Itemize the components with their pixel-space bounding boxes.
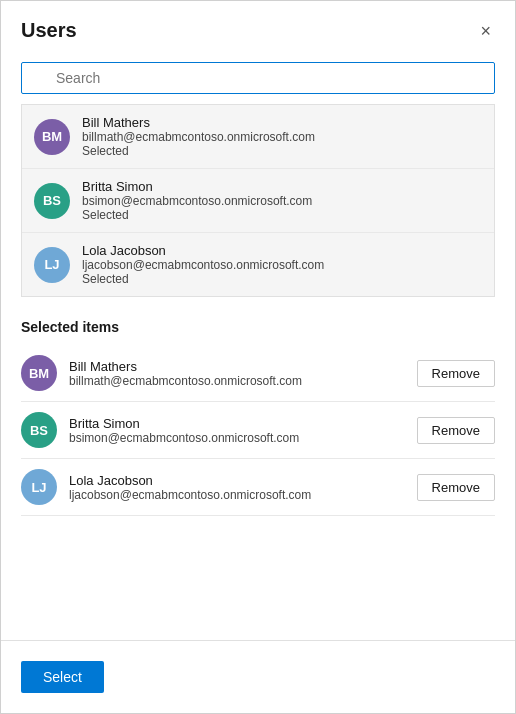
selected-user-text: Lola Jacobson ljacobson@ecmabmcontoso.on… [69, 473, 311, 502]
avatar: BM [34, 119, 70, 155]
search-container: 🔍 [1, 54, 515, 104]
remove-button[interactable]: Remove [417, 474, 495, 501]
select-button[interactable]: Select [21, 661, 104, 693]
avatar: BM [21, 355, 57, 391]
user-info: Bill Mathers billmath@ecmabmcontoso.onmi… [82, 115, 315, 158]
user-search-list: BM Bill Mathers billmath@ecmabmcontoso.o… [21, 104, 495, 297]
avatar: LJ [21, 469, 57, 505]
users-dialog: Users × 🔍 BM Bill Mathers billmath@ecmab… [0, 0, 516, 714]
selected-user-text: Britta Simon bsimon@ecmabmcontoso.onmicr… [69, 416, 299, 445]
user-list-item[interactable]: LJ Lola Jacobson ljacobson@ecmabmcontoso… [22, 233, 494, 296]
user-name: Bill Mathers [69, 359, 302, 374]
avatar: LJ [34, 247, 70, 283]
selected-item: BS Britta Simon bsimon@ecmabmcontoso.onm… [21, 402, 495, 459]
selected-item-info: BS Britta Simon bsimon@ecmabmcontoso.onm… [21, 412, 417, 448]
user-name: Britta Simon [69, 416, 299, 431]
dialog-header: Users × [1, 1, 515, 54]
search-wrapper: 🔍 [21, 62, 495, 94]
remove-button[interactable]: Remove [417, 417, 495, 444]
user-email: ljacobson@ecmabmcontoso.onmicrosoft.com [69, 488, 311, 502]
selected-item: LJ Lola Jacobson ljacobson@ecmabmcontoso… [21, 459, 495, 516]
selected-item-info: LJ Lola Jacobson ljacobson@ecmabmcontoso… [21, 469, 417, 505]
user-email: billmath@ecmabmcontoso.onmicrosoft.com [69, 374, 302, 388]
close-button[interactable]: × [476, 20, 495, 42]
selected-item-info: BM Bill Mathers billmath@ecmabmcontoso.o… [21, 355, 417, 391]
dialog-footer: Select [1, 640, 515, 713]
avatar: BS [21, 412, 57, 448]
user-status: Selected [82, 208, 312, 222]
remove-button[interactable]: Remove [417, 360, 495, 387]
user-list-item[interactable]: BM Bill Mathers billmath@ecmabmcontoso.o… [22, 105, 494, 169]
user-email: billmath@ecmabmcontoso.onmicrosoft.com [82, 130, 315, 144]
user-name: Britta Simon [82, 179, 312, 194]
user-status: Selected [82, 272, 324, 286]
selected-items-label: Selected items [1, 297, 515, 345]
selected-item: BM Bill Mathers billmath@ecmabmcontoso.o… [21, 345, 495, 402]
selected-items-list: BM Bill Mathers billmath@ecmabmcontoso.o… [21, 345, 495, 516]
avatar: BS [34, 183, 70, 219]
user-info: Lola Jacobson ljacobson@ecmabmcontoso.on… [82, 243, 324, 286]
selected-user-text: Bill Mathers billmath@ecmabmcontoso.onmi… [69, 359, 302, 388]
user-name: Lola Jacobson [82, 243, 324, 258]
user-email: bsimon@ecmabmcontoso.onmicrosoft.com [82, 194, 312, 208]
user-name: Lola Jacobson [69, 473, 311, 488]
search-input[interactable] [21, 62, 495, 94]
user-email: ljacobson@ecmabmcontoso.onmicrosoft.com [82, 258, 324, 272]
user-list-item[interactable]: BS Britta Simon bsimon@ecmabmcontoso.onm… [22, 169, 494, 233]
dialog-title: Users [21, 19, 77, 42]
user-email: bsimon@ecmabmcontoso.onmicrosoft.com [69, 431, 299, 445]
user-name: Bill Mathers [82, 115, 315, 130]
user-status: Selected [82, 144, 315, 158]
user-info: Britta Simon bsimon@ecmabmcontoso.onmicr… [82, 179, 312, 222]
